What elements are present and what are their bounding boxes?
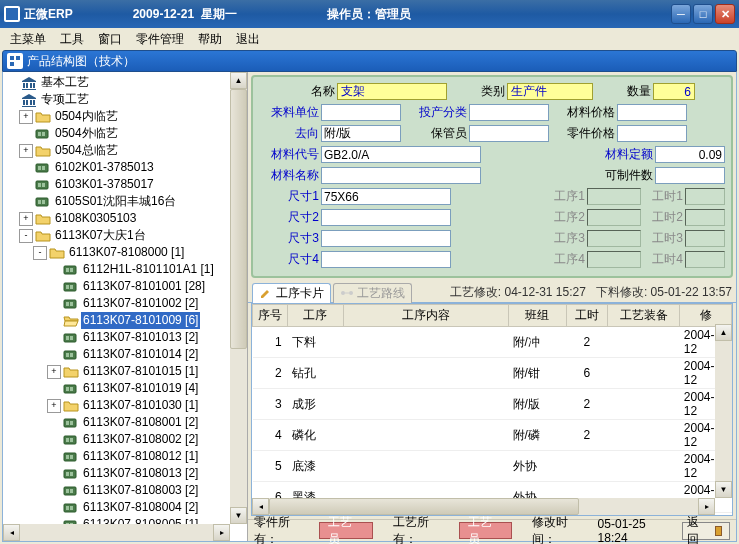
tree-scrollbar-h[interactable]: ◂ ▸: [3, 524, 230, 541]
scroll-thumb-h[interactable]: [269, 498, 579, 515]
tree-node[interactable]: +0504内临艺: [5, 108, 247, 125]
tree-node[interactable]: 6113K07-8101002 [2]: [5, 295, 247, 312]
input-matprice[interactable]: [617, 104, 687, 121]
tree-item-icon: [35, 212, 51, 226]
grid-scrollbar-v[interactable]: ▲ ▼: [715, 324, 732, 498]
tree-node[interactable]: 专项工艺: [5, 91, 247, 108]
tree-label: 6113K07-8101030 [1]: [81, 397, 200, 414]
tree-spacer: [47, 433, 61, 447]
scroll-down-button[interactable]: ▼: [230, 507, 247, 524]
input-quota[interactable]: [655, 146, 725, 163]
cell: 2: [566, 327, 607, 358]
input-keeper[interactable]: [469, 125, 549, 142]
table-row[interactable]: 3成形附/版22004-12: [253, 389, 732, 420]
table-row[interactable]: 5底漆外协2004-12: [253, 451, 732, 482]
tree-node[interactable]: 6113K07-8101001 [28]: [5, 278, 247, 295]
tree-node[interactable]: 6112H1L-8101101A1 [1]: [5, 261, 247, 278]
grid-scrollbar-h[interactable]: ◂ ▸: [252, 498, 715, 515]
menu-parts[interactable]: 零件管理: [130, 29, 190, 50]
maximize-button[interactable]: □: [693, 4, 713, 24]
input-dim1[interactable]: [321, 188, 451, 205]
collapse-icon[interactable]: -: [19, 229, 33, 243]
tab-process-card[interactable]: 工序卡片: [252, 283, 331, 303]
tree-node[interactable]: 6113K07-8101013 [2]: [5, 329, 247, 346]
svg-rect-31: [66, 387, 69, 391]
tree-node[interactable]: 6102K01-3785013: [5, 159, 247, 176]
svg-rect-32: [70, 387, 73, 391]
input-matname[interactable]: [321, 167, 481, 184]
svg-rect-25: [66, 336, 69, 340]
svg-rect-41: [70, 455, 73, 459]
tree-node[interactable]: 6113K07-8108001 [2]: [5, 414, 247, 431]
tree-node[interactable]: 0504外临艺: [5, 125, 247, 142]
expand-icon[interactable]: +: [19, 212, 33, 226]
menu-main[interactable]: 主菜单: [4, 29, 52, 50]
table-row[interactable]: 1下料附/冲22004-12: [253, 327, 732, 358]
tree-node[interactable]: +6108K0305103: [5, 210, 247, 227]
tab-route[interactable]: 工艺路线: [333, 283, 412, 303]
tree-node[interactable]: +6113K07-8101030 [1]: [5, 397, 247, 414]
scroll-right-button[interactable]: ▸: [698, 498, 715, 515]
input-h2: [685, 209, 725, 226]
col-header[interactable]: 班组: [509, 305, 567, 327]
scroll-left-button[interactable]: ◂: [252, 498, 269, 515]
tree-node[interactable]: -6113K07大庆1台: [5, 227, 247, 244]
input-invest[interactable]: [469, 104, 549, 121]
input-dim2[interactable]: [321, 209, 451, 226]
table-row[interactable]: 2钻孔附/钳62004-12: [253, 358, 732, 389]
tree-scrollbar-v[interactable]: ▲ ▼: [230, 72, 247, 524]
scroll-right-button[interactable]: ▸: [213, 524, 230, 541]
scroll-thumb-v[interactable]: [230, 89, 247, 349]
input-dim4[interactable]: [321, 251, 451, 268]
minimize-button[interactable]: ─: [671, 4, 691, 24]
cell: 成形: [288, 389, 344, 420]
cell: 2: [253, 358, 288, 389]
tree-node[interactable]: 6113K07-8108002 [2]: [5, 431, 247, 448]
tree-item-icon: [63, 450, 79, 464]
expand-icon[interactable]: +: [47, 365, 61, 379]
scroll-up-button[interactable]: ▲: [230, 72, 247, 89]
tree-node[interactable]: 6113K07-8108012 [1]: [5, 448, 247, 465]
menu-tools[interactable]: 工具: [54, 29, 90, 50]
col-header[interactable]: 工时: [566, 305, 607, 327]
app-title: 正微ERP: [24, 6, 73, 23]
col-header[interactable]: 工艺装备: [608, 305, 680, 327]
tree-node[interactable]: 6113K07-8101019 [4]: [5, 380, 247, 397]
inner-caption: 产品结构图（技术）: [2, 50, 737, 72]
tree-node[interactable]: 基本工艺: [5, 74, 247, 91]
collapse-icon[interactable]: -: [33, 246, 47, 260]
tree-node[interactable]: +0504总临艺: [5, 142, 247, 159]
menu-help[interactable]: 帮助: [192, 29, 228, 50]
tree-node[interactable]: 6103K01-3785017: [5, 176, 247, 193]
tree-node[interactable]: 6113K07-8108004 [2]: [5, 499, 247, 516]
inner-title: 产品结构图（技术）: [27, 53, 135, 70]
tree-node[interactable]: 6113K07-8101009 [6]: [5, 312, 247, 329]
tree-node[interactable]: -6113K07-8108000 [1]: [5, 244, 247, 261]
tree-label: 6108K0305103: [53, 210, 138, 227]
scroll-down-button[interactable]: ▼: [715, 481, 732, 498]
input-dest[interactable]: [321, 125, 401, 142]
close-button[interactable]: ✕: [715, 4, 735, 24]
tree-node[interactable]: 6105S01沈阳丰城16台: [5, 193, 247, 210]
input-unit[interactable]: [321, 104, 401, 121]
tree-node[interactable]: 6113K07-8108003 [2]: [5, 482, 247, 499]
input-sets[interactable]: [655, 167, 725, 184]
tree-node[interactable]: 6113K07-8101014 [2]: [5, 346, 247, 363]
col-header[interactable]: 工序内容: [343, 305, 508, 327]
col-header[interactable]: 序号: [253, 305, 288, 327]
tree-node[interactable]: 6113K07-8108013 [2]: [5, 465, 247, 482]
input-partprice[interactable]: [617, 125, 687, 142]
table-row[interactable]: 4磷化附/磷22004-12: [253, 420, 732, 451]
expand-icon[interactable]: +: [19, 144, 33, 158]
tree-node[interactable]: +6113K07-8101015 [1]: [5, 363, 247, 380]
menu-window[interactable]: 窗口: [92, 29, 128, 50]
menu-exit[interactable]: 退出: [230, 29, 266, 50]
back-button[interactable]: 返回: [682, 522, 730, 540]
scroll-left-button[interactable]: ◂: [3, 524, 20, 541]
expand-icon[interactable]: +: [47, 399, 61, 413]
col-header[interactable]: 工序: [288, 305, 344, 327]
scroll-up-button[interactable]: ▲: [715, 324, 732, 341]
input-dim3[interactable]: [321, 230, 451, 247]
input-matcode[interactable]: [321, 146, 481, 163]
expand-icon[interactable]: +: [19, 110, 33, 124]
